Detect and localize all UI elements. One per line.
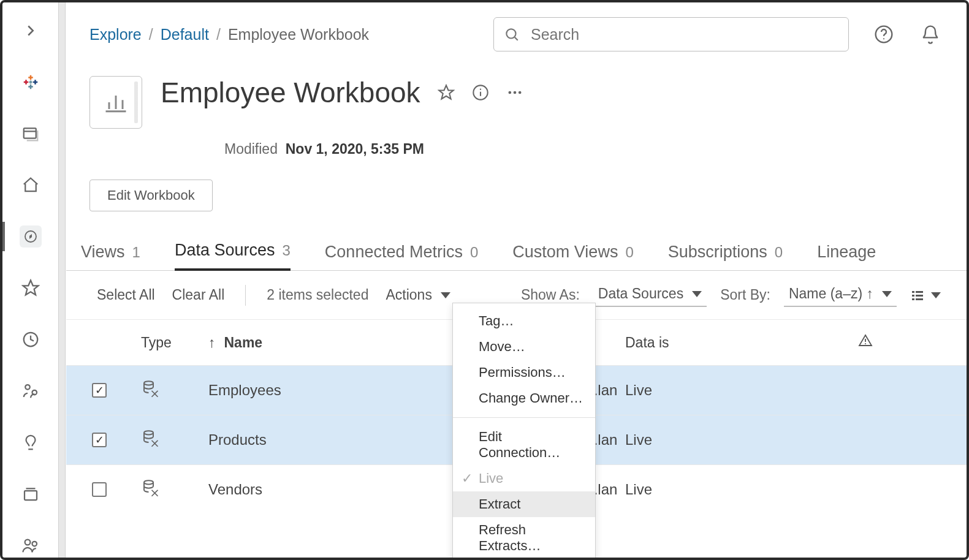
row-checkbox[interactable] [92, 383, 107, 398]
recommendations-icon[interactable] [20, 431, 42, 453]
breadcrumb-current: Employee Workbook [228, 26, 369, 44]
svg-point-47 [144, 480, 153, 484]
favorite-star-icon[interactable] [438, 84, 455, 101]
svg-marker-14 [23, 281, 38, 295]
toolbar-divider [245, 285, 246, 306]
svg-line-23 [515, 37, 518, 40]
svg-point-46 [144, 431, 153, 434]
menu-item-move[interactable]: Move… [453, 334, 595, 360]
svg-point-16 [25, 385, 30, 390]
row-data-is: Live [625, 431, 760, 448]
view-mode-button[interactable] [910, 288, 941, 303]
bar-chart-icon [102, 89, 129, 116]
edit-workbook-button[interactable]: Edit Workbook [89, 180, 213, 211]
selection-count: 2 items selected [267, 287, 368, 303]
search-input-container[interactable] [493, 17, 849, 51]
svg-rect-37 [912, 291, 914, 293]
modified-subtitle: Modified Nov 1, 2020, 5:35 PM [66, 141, 967, 157]
home-icon[interactable] [20, 174, 42, 196]
explore-icon[interactable] [20, 225, 42, 248]
menu-item-edit-connection[interactable]: Edit Connection… [453, 424, 595, 466]
more-actions-icon[interactable] [506, 84, 523, 101]
col-type[interactable]: Type [141, 335, 208, 351]
clear-all-button[interactable]: Clear All [172, 287, 225, 303]
show-as-label: Show As: [521, 287, 580, 303]
list-view-icon [910, 288, 925, 303]
row-checkbox[interactable] [92, 482, 107, 497]
tabs-bar: Views1 Data Sources3 Connected Metrics0 … [66, 211, 967, 271]
alert-triangle-icon [858, 333, 873, 348]
actions-dropdown-menu: Tag… Move… Permissions… Change Owner… Ed… [452, 303, 596, 558]
svg-point-21 [32, 542, 37, 547]
tab-lineage[interactable]: Lineage [817, 243, 876, 270]
menu-item-tag[interactable]: Tag… [453, 308, 595, 334]
menu-item-permissions[interactable]: Permissions… [453, 360, 595, 385]
row-data-is: Live [625, 481, 760, 498]
menu-divider [453, 417, 595, 418]
breadcrumb-explore[interactable]: Explore [89, 26, 142, 44]
svg-point-45 [144, 381, 153, 385]
tab-data-sources[interactable]: Data Sources3 [175, 241, 291, 271]
tab-subscriptions[interactable]: Subscriptions0 [668, 243, 783, 270]
col-data-is[interactable]: Data is [625, 335, 760, 351]
svg-rect-10 [23, 128, 36, 138]
svg-point-34 [508, 91, 511, 94]
shared-icon[interactable] [20, 380, 42, 402]
users-icon[interactable] [20, 534, 42, 556]
list-toolbar: Select All Clear All 2 items selected Ac… [66, 271, 967, 320]
tab-custom-views[interactable]: Custom Views0 [512, 243, 633, 270]
notifications-icon[interactable] [920, 24, 941, 45]
rail-scrollbar[interactable] [58, 2, 66, 558]
sort-by-select[interactable]: Name (a–z) ↑ [784, 283, 897, 307]
menu-item-live: Live [453, 466, 595, 491]
svg-point-25 [883, 38, 884, 39]
select-all-button[interactable]: Select All [97, 287, 155, 303]
menu-item-refresh-extracts[interactable]: Refresh Extracts… [453, 517, 595, 558]
svg-marker-30 [439, 85, 453, 99]
workbook-thumbnail [89, 76, 142, 129]
actions-dropdown-button[interactable]: Actions [386, 287, 450, 303]
collections-icon[interactable] [20, 483, 42, 505]
tab-connected-metrics[interactable]: Connected Metrics0 [325, 243, 478, 270]
tab-views[interactable]: Views1 [81, 243, 140, 270]
recents-icon[interactable] [20, 328, 42, 350]
datasource-type-icon [141, 429, 208, 451]
menu-item-extract[interactable]: Extract [453, 491, 595, 517]
svg-rect-39 [912, 295, 914, 297]
svg-rect-38 [916, 291, 923, 293]
breadcrumb-separator: / [149, 26, 153, 44]
search-icon [504, 26, 520, 42]
chevron-down-icon [441, 292, 450, 298]
chevron-down-icon [882, 291, 892, 297]
menu-item-change-owner[interactable]: Change Owner… [453, 385, 595, 411]
info-icon[interactable] [472, 84, 489, 101]
row-checkbox[interactable] [92, 433, 107, 447]
svg-point-35 [513, 91, 516, 94]
svg-point-44 [865, 343, 866, 344]
tableau-logo-icon[interactable] [20, 71, 42, 93]
svg-point-33 [479, 89, 481, 90]
col-alert[interactable] [858, 333, 907, 352]
chevron-down-icon [692, 291, 702, 297]
sort-by-label: Sort By: [720, 287, 770, 303]
left-nav-rail [2, 2, 59, 558]
star-icon[interactable] [20, 277, 42, 299]
breadcrumb-separator: / [216, 26, 221, 44]
chevron-down-icon [931, 292, 941, 298]
show-as-select[interactable]: Data Sources [593, 283, 707, 307]
page-title: Employee Workbook [161, 76, 420, 109]
svg-rect-42 [916, 298, 923, 300]
datasource-type-icon [141, 379, 208, 401]
svg-marker-13 [29, 234, 32, 239]
datasource-type-icon [141, 479, 208, 501]
chevron-right-icon[interactable] [20, 20, 42, 42]
help-icon[interactable] [873, 24, 894, 45]
search-input[interactable] [530, 25, 838, 44]
svg-rect-18 [25, 491, 37, 500]
window-icon[interactable] [20, 123, 42, 145]
breadcrumb-project[interactable]: Default [161, 26, 209, 44]
svg-point-36 [518, 91, 521, 94]
breadcrumb: Explore / Default / Employee Workbook [89, 26, 369, 44]
svg-rect-41 [912, 298, 914, 300]
svg-point-20 [25, 540, 30, 545]
